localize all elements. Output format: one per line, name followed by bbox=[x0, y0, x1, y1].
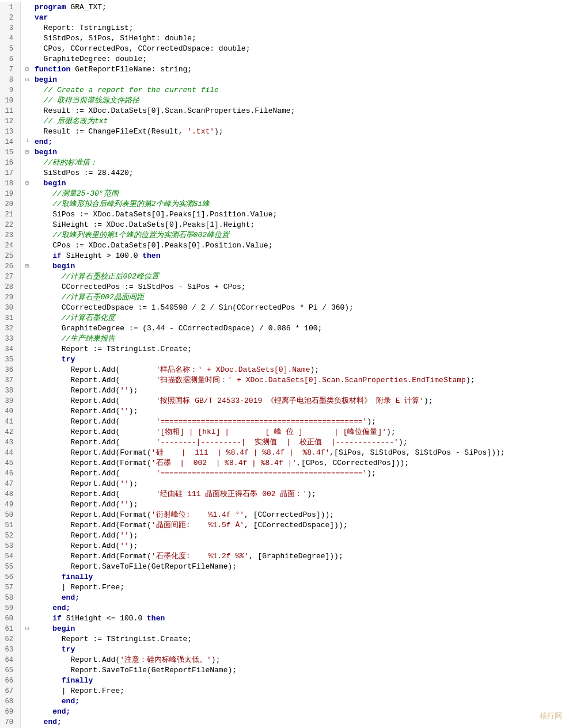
line-number: 33 bbox=[0, 334, 16, 344]
code-token: begin bbox=[35, 147, 57, 158]
table-row: Report.Add( '===========================… bbox=[25, 468, 569, 479]
code-token: Report.Add( bbox=[35, 479, 120, 489]
line-number: 29 bbox=[0, 292, 16, 303]
line-number: 16 bbox=[0, 158, 16, 168]
line-number: 46 bbox=[0, 468, 16, 479]
table-row: Report.Add(''); bbox=[25, 500, 569, 510]
line-number: 53 bbox=[0, 541, 16, 551]
table-row: Report.Add( '===========================… bbox=[25, 417, 569, 427]
code-token: ); bbox=[214, 127, 223, 137]
code-token: GetReportFileName: string; bbox=[75, 64, 192, 75]
code-token: try bbox=[62, 645, 75, 655]
code-token: '衍射峰位: %1.4f °' bbox=[151, 510, 244, 520]
code-token: CCorrectedDspace := 1.540598 / 2 / Sin(C… bbox=[35, 303, 354, 313]
code-token: '' bbox=[120, 500, 129, 510]
fold-icon[interactable]: ⊟ bbox=[25, 178, 33, 189]
line-number: 32 bbox=[0, 323, 16, 334]
code-token: Report := TStringList.Create; bbox=[35, 634, 192, 645]
line-number: 59 bbox=[0, 603, 16, 613]
code-token: ); bbox=[129, 386, 138, 396]
line-number: 13 bbox=[0, 127, 16, 137]
table-row: //计算石墨化度 bbox=[25, 313, 569, 323]
table-row: //取峰形拟合后峰列表里的第2个峰为实测Si峰 bbox=[25, 199, 569, 209]
code-token: ); bbox=[129, 531, 138, 541]
code-token: Report.Add( bbox=[35, 489, 156, 500]
table-row: finally bbox=[25, 572, 569, 582]
fold-icon[interactable]: └ bbox=[25, 137, 33, 147]
code-token: ); bbox=[466, 375, 475, 386]
code-token: GraphiteDegree: double; bbox=[35, 54, 147, 64]
fold-icon[interactable]: ⊟ bbox=[25, 261, 33, 272]
table-row: Report.SaveToFile(GetReportFileName); bbox=[25, 562, 569, 572]
code-token: '' bbox=[120, 406, 129, 417]
code-token: | Report.Free; bbox=[35, 686, 124, 696]
code-token: CPos := XDoc.DataSets[0].Peaks[0].Positi… bbox=[35, 241, 272, 251]
line-number: 20 bbox=[0, 199, 16, 209]
line-number: 43 bbox=[0, 437, 16, 448]
table-row: Report.Add(Format('石墨化度: %1.2f %%', [Gra… bbox=[25, 551, 569, 562]
code-token: '扫描数据测量时间：' + XDoc.DataSets[0].Scan.Scan… bbox=[156, 375, 466, 386]
code-token: Report.Add( bbox=[35, 375, 156, 386]
fold-icon[interactable]: ⊟ bbox=[25, 147, 33, 158]
table-row: SiPos := XDoc.DataSets[0].Peaks[1].Posit… bbox=[25, 209, 569, 220]
code-token: | Report.Free; bbox=[35, 582, 124, 593]
code-token: ); bbox=[386, 427, 396, 437]
code-token: '硅 | 111 | %8.4f | %8.4f | %8.4f' bbox=[151, 448, 329, 458]
code-token bbox=[35, 717, 44, 727]
table-row: // 取得当前谱线源文件路径 bbox=[25, 96, 569, 106]
line-number: 61 bbox=[0, 624, 16, 634]
code-token bbox=[35, 624, 52, 634]
table-row: var bbox=[25, 13, 569, 23]
line-number: 11 bbox=[0, 106, 16, 116]
code-token: Report.SaveToFile(GetReportFileName); bbox=[35, 562, 237, 572]
code-token: Result := ChangeFileExt(Result, bbox=[35, 127, 187, 137]
code-token: Report.Add(Format( bbox=[35, 448, 151, 458]
table-row: | Report.Free; bbox=[25, 582, 569, 593]
line-number: 27 bbox=[0, 272, 16, 282]
line-number: 9 bbox=[0, 85, 16, 96]
fold-icon[interactable]: ⊟ bbox=[25, 75, 33, 85]
code-token: ); bbox=[211, 655, 221, 665]
line-number: 39 bbox=[0, 396, 16, 406]
code-token: //计算石墨002晶面间距 bbox=[35, 292, 144, 303]
code-token: Report := TStringList.Create; bbox=[35, 344, 192, 355]
table-row: ⊟begin bbox=[25, 147, 569, 158]
code-token: try bbox=[62, 355, 75, 365]
code-token: Report.Add(Format( bbox=[35, 510, 151, 520]
code-token: Report.Add( bbox=[35, 365, 156, 375]
code-token: Report.Add(Format( bbox=[35, 551, 151, 562]
line-number: 23 bbox=[0, 230, 16, 241]
code-token: GraphiteDegree := (3.44 - CCorrectedDspa… bbox=[35, 323, 322, 334]
code-token: Report.Add( bbox=[35, 500, 120, 510]
code-token: //取峰形拟合后峰列表里的第2个峰为实测Si峰 bbox=[35, 199, 210, 209]
line-number: 15 bbox=[0, 147, 16, 158]
code-token: '--------|---------| 实测值 | 校正值 |--------… bbox=[156, 437, 399, 448]
code-token: '[物相] | [hkl] | [ 峰 位 ] | [峰位偏量]' bbox=[156, 427, 386, 437]
code-token: '=======================================… bbox=[156, 468, 367, 479]
table-row: program GRA_TXT; bbox=[25, 2, 569, 13]
fold-icon[interactable]: ⊟ bbox=[25, 64, 33, 75]
line-number: 47 bbox=[0, 479, 16, 489]
line-number-gutter: 1234567891011121314151617181920212223242… bbox=[0, 2, 21, 728]
table-row: Report.SaveToFile(GetReportFileName); bbox=[25, 665, 569, 676]
code-token: CCorrectedPos := SiStdPos - SiPos + CPos… bbox=[35, 282, 246, 292]
line-number: 42 bbox=[0, 427, 16, 437]
table-row: // 后缀名改为txt bbox=[25, 116, 569, 127]
code-token: end; bbox=[52, 603, 70, 613]
code-token: Report.Add(Format( bbox=[35, 458, 151, 468]
line-number: 17 bbox=[0, 168, 16, 178]
table-row: SiHeight := XDoc.DataSets[0].Peaks[1].He… bbox=[25, 220, 569, 230]
code-token: //硅的标准值： bbox=[35, 158, 97, 168]
table-row: | Report.Free; bbox=[25, 686, 569, 696]
line-number: 28 bbox=[0, 282, 16, 292]
line-number: 26 bbox=[0, 261, 16, 272]
code-token bbox=[35, 603, 52, 613]
fold-icon[interactable]: ⊟ bbox=[25, 624, 33, 634]
line-number: 31 bbox=[0, 313, 16, 323]
line-number: 3 bbox=[0, 23, 16, 33]
table-row: end; bbox=[25, 696, 569, 707]
code-token: Report.Add( bbox=[35, 531, 120, 541]
code-token: //计算石墨校正后002峰位置 bbox=[35, 272, 159, 282]
table-row: CPos := XDoc.DataSets[0].Peaks[0].Positi… bbox=[25, 241, 569, 251]
line-number: 12 bbox=[0, 116, 16, 127]
